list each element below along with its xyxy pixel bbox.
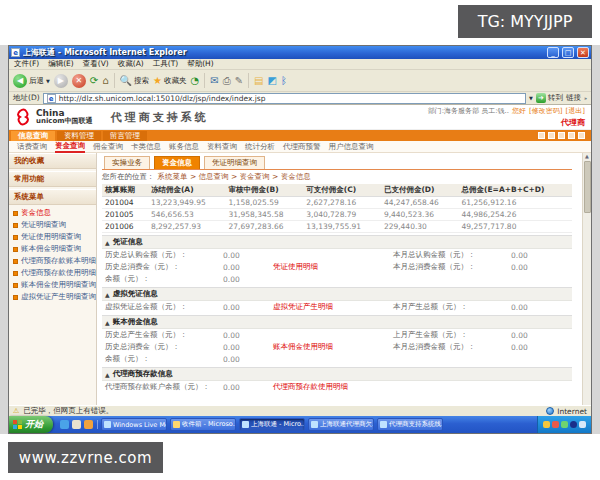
folder-icon[interactable]: ▤ (254, 74, 263, 88)
field-value: 0.00 (223, 263, 273, 272)
tray-icon[interactable] (570, 421, 577, 428)
logout-link[interactable]: [退出] (566, 106, 585, 116)
nav-mini-icon[interactable] (538, 132, 545, 139)
maximize-button[interactable]: □ (562, 47, 574, 58)
sidebar-item-ledger-commission[interactable]: 账本佣金明细查询 (9, 243, 96, 255)
logo-line2: unicom中国联通 (36, 118, 93, 125)
tray-icon[interactable] (561, 421, 568, 428)
logo-text: China unicom中国联通 (36, 109, 93, 125)
field-value: 0.00 (511, 303, 569, 312)
history-icon[interactable]: ◔ (191, 74, 200, 88)
subnav-fund-query[interactable]: 资金查询 (55, 141, 85, 153)
subnav-agent-alert[interactable]: 代理商预警 (283, 142, 321, 152)
tab-voucher-detail[interactable]: 凭证明细查询 (204, 156, 265, 169)
taskbar-item-agent-system[interactable]: 代理商支持系统线... (377, 418, 443, 431)
address-dropdown-icon[interactable]: ▼ (529, 95, 533, 101)
triangle-icon: ▲ (105, 319, 110, 326)
home-button[interactable]: ⌂ (102, 74, 108, 88)
address-url: http://dlz.sh.unicom.local:15010/dlz/jsp… (59, 94, 266, 103)
sidebar-item-virtual-voucher[interactable]: 虚拟凭证产生明细查询 (9, 291, 96, 303)
refresh-button[interactable]: ⟳ (90, 74, 98, 88)
tray-icon[interactable] (552, 421, 559, 428)
favorites-button[interactable]: ★ 收藏夹 (153, 74, 186, 88)
subnav-user-info-query[interactable]: 用户信息查询 (329, 142, 374, 152)
sidebar-item-prepay-ledger[interactable]: 代理商预存款账本明细查询 (9, 255, 96, 267)
task-label: 代理商支持系统线... (389, 420, 443, 429)
taskbar-item-agent-page[interactable]: 上海联通代理商欠... (308, 418, 374, 431)
ie-quicklaunch-icon[interactable] (60, 420, 69, 429)
sidebar-section-system-menu[interactable]: 系统菜单 (9, 189, 96, 205)
sidebar-section-favorites[interactable]: 我的收藏 (9, 153, 96, 169)
back-dropdown-icon[interactable]: ▼ (46, 78, 50, 84)
subnav-data-query[interactable]: 资料查询 (207, 142, 237, 152)
search-button[interactable]: 🔍 搜索 (120, 74, 149, 88)
nav-data-manage[interactable]: 资料管理 (57, 131, 101, 141)
print-icon[interactable]: ⎙ (223, 74, 231, 88)
taskbar-item-live-messenger[interactable]: Windows Live Mes... (101, 418, 167, 431)
cell-period: 201004 (102, 197, 148, 209)
nav-mini-icon[interactable] (558, 132, 565, 139)
taskbar-item-shanghai-unicom[interactable]: 上海联通 - Micro... (239, 418, 305, 431)
back-button[interactable]: ◀ 后退 ▼ (13, 74, 50, 88)
vertical-scrollbar[interactable]: ▲ (582, 153, 591, 405)
menu-view[interactable]: 查看(V) (83, 59, 109, 69)
subnav-account-info[interactable]: 账务信息 (169, 142, 199, 152)
bluetooth-icon[interactable]: ᛒ (281, 74, 287, 88)
nav-message-manage[interactable]: 留言管理 (103, 131, 147, 141)
media-player-icon[interactable] (84, 420, 93, 429)
sidebar-section-common[interactable]: 常用功能 (9, 171, 96, 187)
tray-icon[interactable] (543, 421, 550, 428)
go-button[interactable]: ➜ 转到 (536, 93, 563, 103)
prepay-usage-link[interactable]: 代理商预存款使用明细 (273, 382, 393, 392)
scrollbar-thumb[interactable] (584, 161, 591, 213)
scroll-up-icon[interactable]: ▲ (585, 153, 589, 159)
virtual-voucher-link[interactable]: 虚拟凭证产生明细 (273, 302, 393, 312)
change-password-link[interactable]: [修改密码] (529, 106, 562, 116)
sidebar-item-prepay-usage[interactable]: 代理商预存款使用明细查询 (9, 267, 96, 279)
tray-icon[interactable] (579, 421, 586, 428)
sidebar-item-voucher-detail[interactable]: 凭证明细查询 (9, 219, 96, 231)
subnav-stats[interactable]: 统计分析 (245, 142, 275, 152)
menu-file[interactable]: 文件(F) (14, 59, 39, 69)
forward-button[interactable]: ▶ (54, 74, 68, 88)
nav-mini-icon[interactable] (578, 132, 585, 139)
sidebar-item-ledger-usage[interactable]: 账本佣金使用明细查询 (9, 279, 96, 291)
stop-button[interactable]: ✕ (72, 74, 86, 88)
menu-tools[interactable]: 工具(T) (153, 59, 178, 69)
address-input[interactable]: e http://dlz.sh.unicom.local:15010/dlz/j… (43, 93, 526, 104)
edit-icon[interactable]: ✎ (235, 74, 243, 88)
subnav-fee-query[interactable]: 话费查询 (17, 142, 47, 152)
menu-favorites[interactable]: 收藏(A) (118, 59, 144, 69)
minimize-button[interactable]: _ (547, 47, 559, 58)
sidebar-item-fund-info[interactable]: 资金信息 (9, 207, 96, 219)
menu-edit[interactable]: 编辑(E) (48, 59, 74, 69)
nav-info-query[interactable]: 信息查询 (11, 131, 55, 141)
internet-zone-label: Internet (557, 407, 587, 416)
mail-icon[interactable]: ✉ (210, 74, 218, 88)
start-button[interactable]: 开始 (9, 416, 53, 433)
taskbar-item-inbox[interactable]: 收件箱 - Microso... (170, 418, 236, 431)
voucher-usage-link[interactable]: 凭证使用明细 (273, 262, 393, 272)
triangle-icon: ▲ (105, 291, 110, 298)
title-bar[interactable]: e 上海联通 - Microsoft Internet Explorer _ □… (9, 46, 591, 59)
cell-value: 1,158,025.59 (226, 197, 304, 209)
close-button[interactable]: ✕ (577, 47, 589, 58)
subnav-card-info[interactable]: 卡类信息 (131, 142, 161, 152)
tab-fund-info[interactable]: 资金信息 (154, 156, 200, 169)
links-label[interactable]: 链接 (566, 93, 581, 103)
show-desktop-icon[interactable] (72, 420, 81, 429)
ledger-usage-link[interactable]: 账本佣金使用明细 (273, 342, 393, 352)
menu-help[interactable]: 帮助(H) (187, 59, 214, 69)
subnav-commission-query[interactable]: 佣金查询 (93, 142, 123, 152)
nav-mini-icon[interactable] (568, 132, 575, 139)
section-prepay-info: ▲ 代理商预存款信息 (102, 367, 572, 381)
url-page-icon: e (47, 94, 56, 103)
nav-mini-icon[interactable] (548, 132, 555, 139)
sidebar-item-voucher-usage[interactable]: 凭证使用明细查询 (9, 231, 96, 243)
greeting: 您好 (512, 106, 526, 116)
col-paid: 已支付佣金(D) (381, 184, 459, 197)
tab-business[interactable]: 实操业务 (104, 156, 150, 169)
field-label: 代理商预存款账户余额（元）： (105, 382, 223, 392)
table-row: 201004 13,223,949.95 1,158,025.59 2,627,… (102, 197, 572, 209)
messenger-icon[interactable]: ◩ (268, 74, 277, 88)
